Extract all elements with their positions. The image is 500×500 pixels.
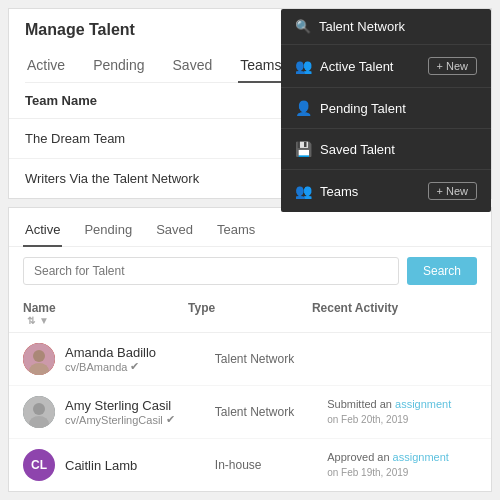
- column-type: Type: [188, 301, 312, 326]
- talent-name: Amanda Badillo: [65, 345, 215, 360]
- search-input[interactable]: [23, 257, 399, 285]
- svg-point-4: [33, 403, 45, 415]
- dropdown-pending-talent-label: Pending Talent: [320, 101, 406, 116]
- talent-name: Amy Sterling Casil: [65, 398, 215, 413]
- dropdown-active-talent[interactable]: 👥 Active Talent + New: [281, 45, 491, 88]
- search-icon: 🔍: [295, 19, 311, 34]
- table-row: CL Caitlin Lamb In-house Approved an ass…: [9, 439, 491, 491]
- dropdown-saved-talent-label: Saved Talent: [320, 142, 395, 157]
- saved-icon: 💾: [295, 141, 312, 157]
- app-container: Manage Talent Active Pending Saved Teams…: [0, 0, 500, 500]
- dropdown-talent-network[interactable]: 🔍 Talent Network: [281, 9, 491, 45]
- dropdown-item-left: 👥 Active Talent: [295, 58, 393, 74]
- talent-handle: cv/BAmanda ✔: [65, 360, 215, 373]
- avatar: CL: [23, 449, 55, 481]
- avatar: [23, 396, 55, 428]
- user-pending-icon: 👤: [295, 100, 312, 116]
- dropdown-item-left: 👥 Teams: [295, 183, 358, 199]
- activity-date: on Feb 19th, 2019: [327, 467, 408, 478]
- talent-type: Talent Network: [215, 352, 327, 366]
- talent-activity: Approved an assignment on Feb 19th, 2019: [327, 450, 477, 481]
- talent-list: Amanda Badillo cv/BAmanda ✔ Talent Netwo…: [9, 333, 491, 491]
- dropdown-item-left: 💾 Saved Talent: [295, 141, 395, 157]
- talent-activity: Submitted an assignment on Feb 20th, 201…: [327, 397, 477, 428]
- avatar: [23, 343, 55, 375]
- dropdown-item-left: 👤 Pending Talent: [295, 100, 406, 116]
- talent-handle: cv/AmySterlingCasil ✔: [65, 413, 215, 426]
- talent-name-col: Caitlin Lamb: [65, 458, 215, 473]
- teams-icon: 👥: [295, 183, 312, 199]
- talent-name: Caitlin Lamb: [65, 458, 215, 473]
- talent-type: Talent Network: [215, 405, 327, 419]
- dropdown-saved-talent[interactable]: 💾 Saved Talent: [281, 129, 491, 170]
- column-name: Name ⇅ ▼: [23, 301, 188, 326]
- bottom-tabs: Active Pending Saved Teams: [9, 208, 491, 247]
- dropdown-teams[interactable]: 👥 Teams + New: [281, 170, 491, 212]
- bottom-panel: Active Pending Saved Teams Search Name ⇅…: [8, 207, 492, 492]
- activity-link[interactable]: assignment: [395, 398, 451, 410]
- dropdown-pending-talent[interactable]: 👤 Pending Talent: [281, 88, 491, 129]
- dropdown-talent-network-label: Talent Network: [319, 19, 405, 34]
- table-header: Name ⇅ ▼ Type Recent Activity: [9, 295, 491, 333]
- table-row: Amy Sterling Casil cv/AmySterlingCasil ✔…: [9, 386, 491, 439]
- talent-type: In-house: [215, 458, 327, 472]
- dropdown-active-talent-label: Active Talent: [320, 59, 393, 74]
- sort-icons: ⇅ ▼: [27, 315, 188, 326]
- talent-name-col: Amy Sterling Casil cv/AmySterlingCasil ✔: [65, 398, 215, 426]
- dropdown-overlay: 🔍 Talent Network 👥 Active Talent + New 👤…: [281, 9, 491, 212]
- verified-icon: ✔: [166, 413, 175, 426]
- verified-icon: ✔: [130, 360, 139, 373]
- tab-pending[interactable]: Pending: [91, 49, 146, 83]
- teams-new-button[interactable]: + New: [428, 182, 478, 200]
- tab-teams[interactable]: Teams: [238, 49, 283, 83]
- filter-icon: ▼: [39, 315, 49, 326]
- svg-point-1: [33, 350, 45, 362]
- tab-active[interactable]: Active: [25, 49, 67, 83]
- top-panel: Manage Talent Active Pending Saved Teams…: [8, 8, 492, 199]
- table-row: Amanda Badillo cv/BAmanda ✔ Talent Netwo…: [9, 333, 491, 386]
- column-activity: Recent Activity: [312, 301, 477, 326]
- bottom-tab-active[interactable]: Active: [23, 218, 62, 247]
- activity-date: on Feb 20th, 2019: [327, 414, 408, 425]
- search-button[interactable]: Search: [407, 257, 477, 285]
- active-talent-new-button[interactable]: + New: [428, 57, 478, 75]
- bottom-tab-teams[interactable]: Teams: [215, 218, 257, 247]
- activity-link[interactable]: assignment: [393, 451, 449, 463]
- bottom-tab-saved[interactable]: Saved: [154, 218, 195, 247]
- sort-icon: ⇅: [27, 315, 35, 326]
- bottom-tab-pending[interactable]: Pending: [82, 218, 134, 247]
- search-bar-row: Search: [9, 247, 491, 295]
- users-icon: 👥: [295, 58, 312, 74]
- talent-name-col: Amanda Badillo cv/BAmanda ✔: [65, 345, 215, 373]
- tab-saved[interactable]: Saved: [171, 49, 215, 83]
- dropdown-teams-label: Teams: [320, 184, 358, 199]
